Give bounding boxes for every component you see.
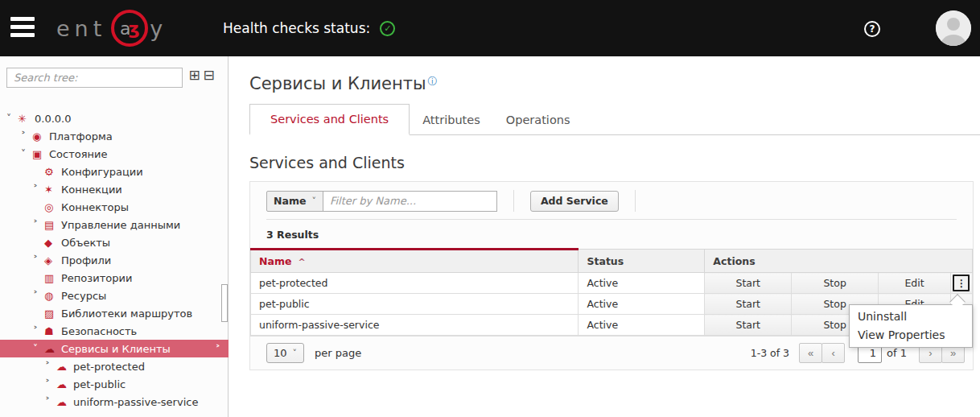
tree-item-label: Управление данными — [61, 219, 180, 231]
toolbar-divider — [635, 190, 636, 212]
chevron-right-icon[interactable]: ˃ — [33, 184, 44, 195]
page-size-dropdown[interactable]: 10 ˅ — [266, 343, 304, 363]
tree-item-route-libraries[interactable]: ▨ Библиотеки маршрутов — [0, 304, 229, 322]
connectors-icon: ◎ — [44, 201, 61, 213]
services-cloud-icon: ☁ — [44, 343, 61, 355]
chevron-right-icon[interactable]: ˃ — [33, 254, 44, 266]
tree-item-pet-protected[interactable]: ˃ ☁ pet-protected — [0, 357, 229, 375]
tree-item-objects[interactable]: ◆ Объекты — [0, 233, 229, 251]
sidebar-scrollbar[interactable] — [221, 284, 228, 322]
tab-services-and-clients[interactable]: Services and Clients — [249, 104, 410, 135]
tree-item-label: pet-protected — [73, 361, 145, 373]
menu-item-view-properties[interactable]: View Properties — [850, 326, 972, 345]
chevron-right-icon[interactable]: ˃ — [33, 325, 44, 336]
filter-field-label: Name — [274, 195, 306, 207]
service-status-cell: Active — [579, 273, 705, 294]
tree-item-configurations[interactable]: ⚙ Конфигурации — [0, 163, 229, 180]
tree-item-state[interactable]: ˅ ▣ Состояние — [0, 145, 229, 163]
start-button[interactable]: Start — [705, 315, 792, 336]
filter-by-name-input[interactable] — [323, 191, 497, 212]
tree-item-pet-public[interactable]: ˃ ☁ pet-public — [0, 375, 229, 393]
service-status-cell: Active — [579, 315, 705, 336]
tree-item-label: Платформа — [49, 130, 113, 142]
prev-page-button[interactable]: ‹ — [821, 343, 845, 363]
first-page-button[interactable]: « — [799, 343, 822, 363]
chevron-right-icon[interactable]: ˃ — [45, 378, 56, 390]
tree-item-connections[interactable]: ˃ ✶ Коннекции — [0, 180, 229, 198]
tree-item-label: Безопасность — [61, 325, 137, 337]
page-size-value: 10 — [274, 347, 287, 359]
tree-item-resources[interactable]: ˃ ◍ Ресурсы — [0, 287, 229, 304]
resources-icon: ◍ — [44, 290, 61, 302]
main-content: Сервисы и Клиентыⓘ Services and Clients … — [229, 56, 980, 417]
tree-item-uniform-passive-service[interactable]: ˃ ☁ uniform-passive-service — [0, 393, 229, 411]
help-icon[interactable]: ? — [864, 21, 880, 37]
tree-item-data-management[interactable]: ˃ ▤ Управление данными — [0, 216, 229, 233]
chevron-down-icon: ˅ — [293, 348, 298, 358]
tree-item-security[interactable]: ˃ ☗ Безопасность — [0, 322, 229, 340]
tab-attributes[interactable]: Attributes — [410, 105, 493, 134]
filter-toolbar: Name ˅ Add Service — [250, 182, 973, 219]
menu-item-uninstall[interactable]: Uninstall — [850, 308, 972, 326]
connections-icon: ✶ — [44, 184, 61, 196]
profiles-icon: ◈ — [44, 254, 61, 266]
menu-icon[interactable] — [10, 17, 35, 38]
add-service-button[interactable]: Add Service — [530, 191, 619, 212]
cube-icon: ◆ — [44, 237, 61, 249]
repository-icon: ▥ — [44, 272, 61, 284]
tree-item-label: pet-public — [73, 378, 126, 390]
chevron-down-icon[interactable]: ˅ — [21, 148, 32, 159]
chevron-right-icon[interactable]: ˃ — [45, 361, 56, 372]
entaxy-logo[interactable]: entaʒy — [56, 8, 167, 48]
tree-item-root-0000[interactable]: ˅ ✳ 0.0.0.0 — [0, 109, 229, 127]
chevron-right-icon[interactable]: ˃ — [45, 396, 56, 407]
results-range-label: 1-3 of 3 — [751, 347, 789, 359]
chevron-down-icon[interactable]: ˅ — [33, 343, 44, 354]
tree-item-label: Объекты — [61, 237, 110, 249]
tree-item-label: Сервисы и Клиенты — [61, 343, 171, 355]
chevron-down-icon: ˅ — [311, 196, 316, 206]
edit-button[interactable]: Edit — [879, 273, 951, 294]
tree-item-profiles[interactable]: ˃ ◈ Профили — [0, 251, 229, 269]
collapse-all-icon[interactable]: ⊟ — [202, 68, 216, 82]
tree-item-services-and-clients[interactable]: ˅ ☁ Сервисы и Клиенты ˃ — [0, 340, 229, 357]
tab-operations[interactable]: Operations — [493, 105, 583, 134]
filter-field-dropdown[interactable]: Name ˅ — [266, 191, 323, 212]
kebab-menu-icon[interactable]: ⋮ — [953, 275, 970, 291]
tree-item-repositories[interactable]: ▥ Репозитории — [0, 269, 229, 287]
tree-item-connectors[interactable]: ◎ Коннекторы — [0, 198, 229, 216]
tree-item-platform[interactable]: ˃ ◉ Платформа — [0, 127, 229, 145]
table-row: pet-protected Active Start Stop Edit ⋮ — [251, 273, 973, 294]
service-cloud-icon: ☁ — [56, 378, 73, 390]
tree-item-label: Библиотеки маршрутов — [61, 308, 192, 320]
page-count-label: of 1 — [887, 347, 907, 359]
toolbar-divider — [513, 190, 514, 212]
service-status-cell: Active — [579, 294, 705, 315]
start-button[interactable]: Start — [705, 294, 792, 315]
tab-bar: Services and Clients Attributes Operatio… — [249, 104, 980, 135]
chevron-right-icon[interactable]: ˃ — [33, 290, 44, 301]
expand-all-icon[interactable]: ⊞ — [187, 68, 201, 82]
tree-item-label: Коннекции — [61, 184, 122, 196]
info-icon[interactable]: ⓘ — [428, 76, 438, 87]
page-title: Сервисы и Клиенты — [249, 74, 426, 93]
tree-item-label: Состояние — [49, 148, 107, 160]
tree-item-label: Ресурсы — [61, 290, 106, 302]
chevron-right-icon[interactable]: ˃ — [216, 343, 221, 355]
column-header-name[interactable]: Name^ — [251, 250, 579, 273]
tree-item-label: uniform-passive-service — [73, 396, 198, 408]
column-name-label: Name — [259, 255, 291, 267]
stop-button[interactable]: Stop — [792, 273, 879, 294]
start-button[interactable]: Start — [705, 273, 792, 294]
service-name-cell: pet-protected — [251, 273, 579, 294]
tree-item-label: Профили — [61, 254, 111, 266]
user-avatar[interactable] — [936, 10, 971, 46]
top-bar: entaʒy Health checks status: ✓ ? — [0, 0, 980, 56]
logo-text: ent — [56, 16, 106, 41]
search-tree-input[interactable] — [6, 68, 183, 88]
service-name-cell: uniform-passive-service — [251, 315, 579, 336]
chevron-right-icon[interactable]: ˃ — [33, 219, 44, 230]
chevron-down-icon[interactable]: ˅ — [6, 113, 18, 124]
shield-icon: ☗ — [44, 325, 61, 337]
chevron-right-icon[interactable]: ˃ — [21, 130, 32, 142]
